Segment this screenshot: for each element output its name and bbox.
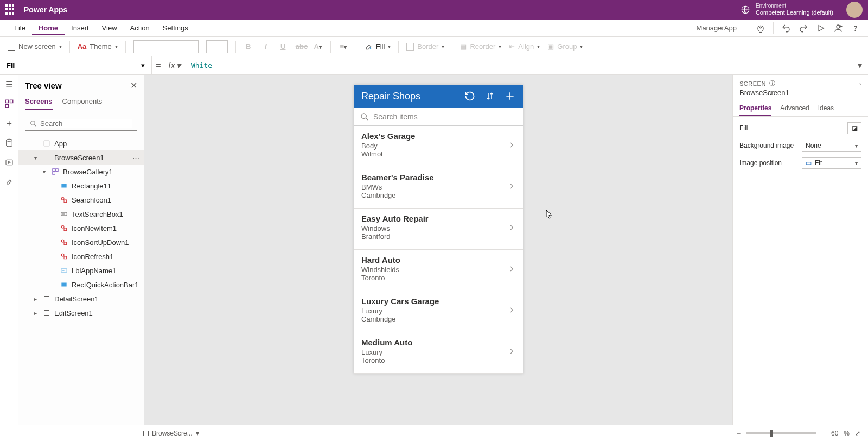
list-item[interactable]: Easy Auto Repair Windows Brantford	[354, 209, 523, 250]
zoom-in-button[interactable]: +	[822, 430, 826, 437]
selection-breadcrumb[interactable]: BrowseScre... ▾	[143, 430, 199, 437]
align-button[interactable]: ⇤ Align ▾	[509, 42, 540, 51]
imgpos-select[interactable]: ▭ Fit ▾	[802, 157, 861, 169]
chevron-down-icon: ▾	[388, 43, 391, 49]
fill-color-picker[interactable]: ◪	[847, 122, 861, 134]
item-sub2: Cambridge	[361, 315, 439, 323]
undo-icon[interactable]	[781, 23, 791, 33]
tree-tab-screens[interactable]: Screens	[25, 94, 53, 110]
redo-icon[interactable]	[799, 23, 808, 33]
reorder-icon: ▤	[460, 42, 467, 51]
text-align-button[interactable]: ≡▾	[339, 42, 348, 51]
tree-node[interactable]: App	[18, 136, 144, 150]
expand-formula-icon[interactable]: ▾	[852, 60, 868, 71]
theme-button[interactable]: A⁠a Theme ▾	[78, 42, 118, 51]
search-row[interactable]: Search items	[354, 108, 523, 126]
tree-node[interactable]: RectQuickActionBar1	[18, 278, 144, 292]
iconctl-icon	[60, 252, 68, 261]
menu-settings[interactable]: Settings	[156, 21, 195, 35]
italic-button[interactable]: I	[261, 42, 271, 51]
tree-node[interactable]: ▾BrowseGallery1	[18, 165, 144, 179]
font-select[interactable]	[133, 40, 199, 53]
font-color-button[interactable]: A▾	[313, 42, 323, 51]
refresh-icon[interactable]	[464, 91, 475, 102]
data-icon[interactable]	[4, 138, 14, 148]
tree-node[interactable]: ▸DetailScreen1	[18, 292, 144, 306]
zoom-slider[interactable]	[746, 432, 816, 434]
zoom-out-button[interactable]: −	[737, 430, 741, 437]
app-checker-icon[interactable]	[756, 23, 765, 33]
canvas[interactable]: Repair Shops Search items Alex's Garage …	[144, 75, 732, 425]
strike-button[interactable]: abc	[296, 42, 305, 51]
tree-node[interactable]: IconSortUpDown1	[18, 235, 144, 249]
collapse-icon[interactable]: ▾	[31, 155, 39, 161]
more-icon[interactable]: ⋯	[132, 154, 139, 162]
tree-node-label: IconRefresh1	[72, 253, 113, 261]
doc-name[interactable]: ManagerApp	[697, 24, 737, 32]
list-item[interactable]: Hard Auto Windshields Toronto	[354, 250, 523, 291]
menu-home[interactable]: Home	[32, 21, 65, 35]
bold-button[interactable]: B	[244, 42, 253, 51]
list-item[interactable]: Alex's Garage Body Wilmot	[354, 126, 523, 167]
app-launcher-icon[interactable]	[5, 4, 16, 15]
menu-file[interactable]: File	[8, 21, 32, 35]
media-icon[interactable]	[4, 158, 14, 167]
expand-icon[interactable]: ▸	[31, 296, 39, 302]
property-name: Fill	[7, 61, 16, 70]
avatar[interactable]	[846, 2, 863, 18]
tree-node[interactable]: IconRefresh1	[18, 249, 144, 263]
property-selector[interactable]: Fill ▾	[0, 56, 152, 74]
props-tab-ideas[interactable]: Ideas	[818, 101, 834, 116]
share-icon[interactable]	[833, 23, 843, 33]
tree-node[interactable]: SearchIcon1	[18, 193, 144, 207]
tree-node[interactable]: IconNewItem1	[18, 221, 144, 235]
tree-node[interactable]: Rectangle11	[18, 179, 144, 193]
play-icon[interactable]	[816, 23, 826, 33]
tree-search[interactable]	[25, 116, 137, 131]
font-size-select[interactable]	[206, 40, 228, 53]
fill-button[interactable]: Fill ▾	[364, 42, 391, 51]
list-item[interactable]: Beamer's Paradise BMWs Cambridge	[354, 167, 523, 209]
new-screen-button[interactable]: New screen ▾	[8, 42, 62, 51]
reorder-button[interactable]: ▤ Reorder ▾	[460, 42, 501, 51]
collapse-icon[interactable]: ▾	[40, 169, 48, 175]
tree-tab-components[interactable]: Components	[62, 94, 103, 110]
new-screen-label: New screen	[18, 42, 56, 51]
tree-node[interactable]: ▾BrowseScreen1⋯	[18, 150, 144, 165]
tree-node[interactable]: LblAppName1	[18, 263, 144, 278]
tree-node[interactable]: ▸EditScreen1	[18, 306, 144, 320]
insert-icon[interactable]: ＋	[4, 118, 14, 128]
menu-view[interactable]: View	[95, 21, 124, 35]
props-tab-advanced[interactable]: Advanced	[780, 101, 809, 116]
tree-node[interactable]: TextSearchBox1	[18, 207, 144, 221]
tree-view-icon[interactable]	[4, 99, 14, 109]
list-item[interactable]: Medium Auto Luxury Toronto	[354, 332, 523, 374]
menu-action[interactable]: Action	[124, 21, 156, 35]
svg-point-18	[61, 225, 64, 228]
group-button[interactable]: ▣ Group ▾	[547, 42, 583, 51]
expand-icon[interactable]: ▸	[31, 310, 39, 316]
fit-icon: ▭	[806, 159, 812, 167]
environment-label-block[interactable]: Environment Competent Learning (default)	[756, 3, 833, 16]
chevron-right-icon[interactable]: ›	[859, 80, 861, 87]
fit-to-window-icon[interactable]: ⤢	[855, 430, 860, 437]
separator	[773, 22, 774, 34]
tree-search-input[interactable]	[40, 119, 132, 128]
props-tab-properties[interactable]: Properties	[739, 101, 771, 116]
list-item[interactable]: Luxury Cars Garage Luxury Cambridge	[354, 291, 523, 332]
svg-point-2	[837, 25, 840, 28]
close-icon[interactable]: ✕	[130, 80, 137, 91]
sort-icon[interactable]	[485, 91, 495, 102]
underline-button[interactable]: U	[278, 42, 288, 51]
bgimg-select[interactable]: None ▾	[802, 140, 861, 152]
help-icon[interactable]	[851, 23, 860, 33]
tools-icon[interactable]	[4, 177, 14, 187]
svg-point-9	[31, 121, 35, 125]
formula-input[interactable]: White	[184, 61, 852, 70]
hamburger-icon[interactable]: ☰	[4, 79, 14, 89]
border-button[interactable]: Border ▾	[406, 42, 444, 51]
fx-button[interactable]: fx▾	[165, 56, 184, 74]
menu-insert[interactable]: Insert	[65, 21, 95, 35]
add-icon[interactable]	[505, 91, 515, 102]
info-icon[interactable]: ⓘ	[769, 79, 776, 87]
